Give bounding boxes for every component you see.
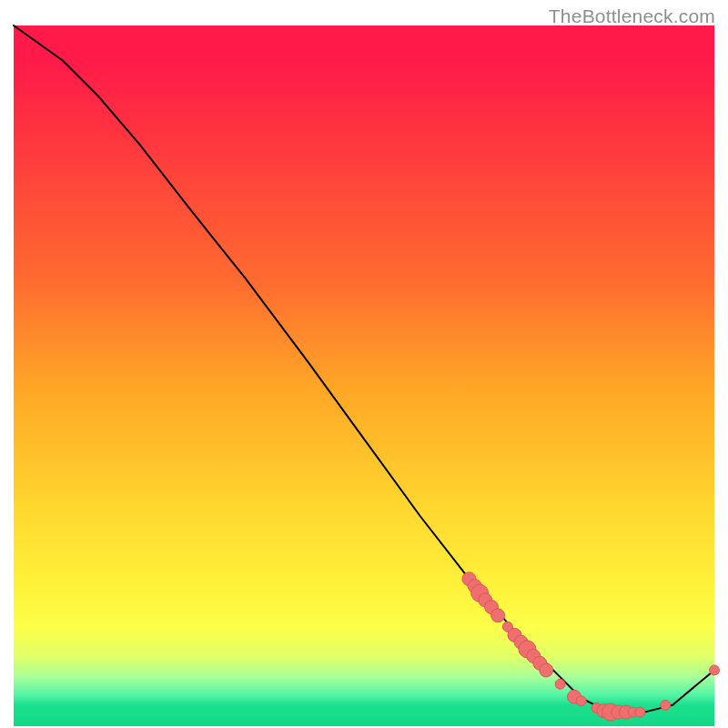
data-point: [576, 696, 586, 706]
chart-stage: TheBottleneck.com: [0, 0, 728, 728]
data-point: [491, 609, 505, 622]
bottleneck-curve: [14, 25, 714, 713]
data-point: [635, 707, 645, 717]
data-point: [661, 700, 671, 710]
watermark-text: TheBottleneck.com: [549, 5, 715, 27]
data-point: [710, 665, 720, 675]
data-point: [540, 663, 553, 677]
chart-overlay-svg: [14, 25, 714, 726]
data-point: [555, 679, 565, 689]
